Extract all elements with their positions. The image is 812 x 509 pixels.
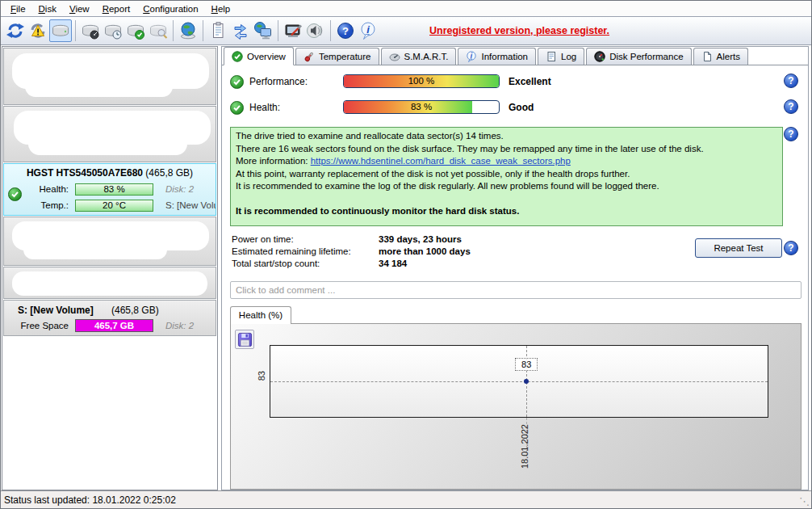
disk-size: (465,8 GB)	[145, 167, 193, 179]
redacted-area	[25, 76, 173, 97]
network-disk-button[interactable]	[177, 19, 199, 42]
message-help-icon[interactable]	[784, 127, 798, 141]
help-icon: ?	[336, 21, 355, 40]
health-ok-icon	[230, 101, 244, 115]
disk-entry-redacted[interactable]	[3, 217, 216, 266]
tab-label: Overview	[247, 52, 286, 61]
info-balloon-icon: i	[466, 51, 477, 62]
menu-disk[interactable]: Disk	[32, 2, 63, 15]
warning-refresh-icon	[28, 21, 48, 40]
log-document-icon	[546, 51, 557, 62]
report-button[interactable]	[207, 19, 229, 42]
tab-disk-performance[interactable]: Disk Performance	[586, 48, 691, 65]
tab-temperature[interactable]: Temperature	[295, 48, 379, 65]
sound-button[interactable]	[304, 19, 327, 42]
disk-ok-button[interactable]	[124, 19, 147, 42]
free-space-bar: 465,7 GB	[75, 319, 153, 332]
info-icon: i	[358, 21, 378, 40]
check-circle-icon	[232, 51, 243, 62]
status-bar: Status last updated: 18.01.2022 0:25:02 …	[1, 490, 811, 508]
menu-configuration[interactable]: Configuration	[136, 2, 204, 15]
menu-help[interactable]: Help	[205, 2, 237, 15]
stat-label: Estimated remaining lifetime:	[232, 246, 351, 256]
sync-arrows-icon	[231, 21, 250, 40]
stat-row: Total start/stop count: 34 184	[232, 258, 555, 270]
unregistered-link[interactable]: Unregistered version, please register.	[429, 25, 609, 36]
health-value: 83 %	[344, 101, 499, 113]
globe-computer-icon	[253, 21, 273, 40]
disk-entry-redacted[interactable]	[3, 106, 216, 162]
disk-magnifier-icon	[149, 21, 168, 40]
health-chart-plot: 83	[270, 345, 768, 418]
stat-row: Estimated remaining lifetime: more than …	[232, 246, 555, 258]
menu-view[interactable]: View	[63, 2, 96, 15]
performance-ok-icon	[230, 75, 244, 89]
volume-name: S: [New Volume]	[18, 305, 94, 316]
redacted-area	[28, 133, 187, 155]
toolbar-separator	[330, 20, 331, 41]
message-bold-line: It is recommended to continuously monito…	[236, 205, 777, 218]
tab-information[interactable]: i Information	[458, 48, 536, 65]
disk-model: HGST HTS545050A7E680	[27, 167, 143, 179]
comment-input[interactable]	[230, 281, 802, 299]
tab-label: Information	[481, 52, 528, 61]
resize-grip[interactable]: ⋱	[799, 495, 810, 507]
health-bar: 83 %	[343, 100, 500, 114]
thermometer-icon	[303, 51, 315, 62]
weak-sectors-link[interactable]: https://www.hdsentinel.com/hard_disk_cas…	[311, 156, 571, 166]
redacted-area	[12, 271, 207, 296]
disk-title: HGST HTS545050A7E680 (465,8 GB)	[4, 164, 216, 179]
disk-overview-button[interactable]	[49, 19, 72, 42]
performance-help-icon[interactable]	[784, 74, 798, 88]
refresh-button[interactable]	[4, 19, 27, 42]
tab-smart[interactable]: S.M.A.R.T.	[381, 48, 457, 65]
menu-report[interactable]: Report	[96, 2, 137, 15]
disk-gauge-icon	[81, 21, 100, 40]
tab-overview[interactable]: Overview	[224, 47, 294, 65]
temp-row: Temp.: 20 °C S: [New Volur	[4, 199, 216, 212]
free-space-label: Free Space	[21, 321, 69, 330]
body: HGST HTS545050A7E680 (465,8 GB) Health: …	[1, 46, 811, 490]
help-button[interactable]: ?	[334, 19, 357, 42]
disk-entry-redacted[interactable]	[3, 267, 216, 299]
disk-search-button[interactable]	[147, 19, 170, 42]
monitor-screwdriver-icon	[283, 21, 303, 40]
smart-gauge-icon	[389, 51, 400, 62]
toolbar: ? i Unregistered version, please registe…	[1, 16, 811, 45]
chart-gridline-horizontal	[270, 381, 768, 382]
refresh-warning-button[interactable]	[27, 19, 49, 42]
info-button[interactable]: i	[357, 19, 379, 42]
health-label: Health:	[40, 184, 69, 194]
health-help-icon[interactable]	[784, 99, 798, 114]
health-bar: 83 %	[75, 183, 153, 196]
repeat-test-help-icon[interactable]	[784, 241, 798, 255]
report-document-icon	[208, 21, 228, 40]
remote-monitor-button[interactable]	[252, 19, 274, 42]
tab-log[interactable]: Log	[538, 48, 584, 65]
alerts-page-icon	[701, 51, 713, 62]
tab-alerts[interactable]: Alerts	[693, 48, 748, 65]
disk-test-button[interactable]	[79, 19, 102, 42]
stat-row: Power on time: 339 days, 23 hours	[232, 233, 555, 246]
disk-entry-redacted[interactable]	[3, 48, 216, 105]
speaker-icon	[306, 21, 325, 40]
disk-number: Disk: 2	[165, 321, 194, 330]
chart-tab-health[interactable]: Health (%)	[230, 306, 291, 324]
menu-bar: File Disk View Report Configuration Help	[1, 1, 811, 16]
sync-button[interactable]	[229, 19, 252, 42]
stat-value: 339 days, 23 hours	[379, 233, 462, 246]
toolbar-separator	[203, 20, 203, 41]
repeat-test-button[interactable]: Repeat Test	[695, 238, 782, 258]
performance-status: Excellent	[509, 76, 551, 87]
hardware-settings-button[interactable]	[282, 19, 304, 42]
disk-clock-button[interactable]	[102, 19, 124, 42]
message-line: It is recommended to examine the log of …	[236, 180, 777, 193]
toolbar-separator	[173, 20, 174, 41]
globe-disk-icon	[178, 21, 198, 40]
disk-entry-selected[interactable]: HGST HTS545050A7E680 (465,8 GB) Health: …	[3, 163, 216, 216]
volume-entry[interactable]: S: [New Volume] (465,8 GB) Free Space 46…	[3, 300, 216, 336]
performance-label: Performance:	[249, 76, 308, 87]
disk-icon	[51, 21, 70, 40]
save-chart-button[interactable]	[235, 330, 254, 349]
menu-file[interactable]: File	[4, 2, 32, 15]
